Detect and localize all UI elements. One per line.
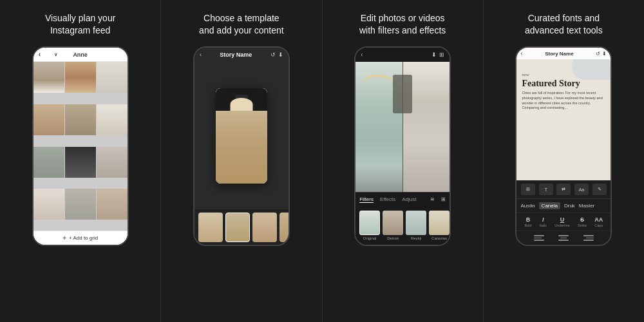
- phone-screen-3: ‹ ⬇ ⊞ Filters Effects Adjust ≋: [355, 48, 450, 245]
- draw-tool-button[interactable]: ✎: [592, 184, 607, 195]
- photo-right-panel: [402, 62, 450, 192]
- feed-cell[interactable]: [97, 189, 128, 220]
- panel-3-title: Edit photos or videos with filters and e…: [359, 12, 446, 37]
- refresh-icon[interactable]: ↺: [596, 51, 600, 57]
- template-thumb[interactable]: [279, 213, 289, 242]
- align-line: [558, 240, 569, 241]
- rainbow-arc: [362, 75, 394, 94]
- crop-icon[interactable]: ⊞: [439, 52, 444, 58]
- feed-cell[interactable]: [33, 147, 64, 178]
- download-icon[interactable]: ⬇: [431, 52, 437, 58]
- caps-label: Caps: [594, 223, 603, 227]
- feed-cell[interactable]: [65, 147, 96, 178]
- panel-instagram-feed: Visually plan your Instagram feed ‹ Anne: [0, 0, 161, 322]
- text-story-canvas[interactable]: ‹ Story Name ↺ ⬇ new Featured Story Citi…: [516, 48, 611, 180]
- story-phone-inner: [216, 88, 267, 184]
- add-to-grid-bar[interactable]: + + Add to grid: [33, 231, 128, 245]
- filter-thumb-img: [359, 211, 380, 235]
- filter-thumb-img: [383, 211, 403, 235]
- story-name-label: Story Name: [220, 52, 252, 58]
- grid-icon[interactable]: ⊞: [441, 196, 446, 202]
- editor-topbar-3: ‹ ⬇ ⊞: [355, 48, 450, 62]
- font-druk[interactable]: Druk: [564, 203, 575, 209]
- download-icon[interactable]: ⬇: [278, 52, 283, 58]
- feed-cell[interactable]: [65, 104, 96, 135]
- template-thumb[interactable]: [198, 213, 223, 242]
- profile-name: Anne: [73, 52, 88, 58]
- panel-template-chooser: Choose a template and add your content ‹…: [161, 0, 322, 322]
- filter-label: Reykji: [411, 236, 421, 240]
- italic-button[interactable]: I Italic: [540, 216, 547, 227]
- back-icon[interactable]: ‹: [200, 52, 202, 58]
- align-center-button[interactable]: [558, 235, 569, 241]
- story-main-canvas[interactable]: [194, 62, 289, 209]
- feed-cell[interactable]: [97, 62, 128, 93]
- chevron-down-icon[interactable]: [54, 52, 57, 57]
- align-line: [583, 235, 594, 236]
- tree-silhouette: [393, 75, 412, 113]
- panel-filter-editor: Edit photos or videos with filters and e…: [323, 0, 484, 322]
- back-icon[interactable]: ‹: [361, 52, 363, 58]
- align-line: [583, 240, 594, 241]
- template-thumb-selected[interactable]: [225, 213, 250, 242]
- tab-filters[interactable]: Filters: [359, 196, 374, 203]
- phone-topbar-1: ‹ Anne: [33, 48, 128, 62]
- download-icon[interactable]: ⬇: [602, 51, 607, 57]
- feed-cell[interactable]: [33, 189, 64, 220]
- flip-tool-button[interactable]: ⇄: [556, 184, 571, 195]
- filter-thumbnails-row: Original Detroit Reykji Canarias Brighto…: [355, 206, 450, 245]
- feed-cell[interactable]: [33, 62, 64, 93]
- filter-canarias[interactable]: Canarias: [429, 211, 450, 240]
- plus-icon: +: [62, 234, 66, 242]
- filter-thumb-img: [406, 211, 426, 235]
- phone-frame-2: ‹ Story Name ↺ ⬇: [193, 46, 290, 246]
- underline-button[interactable]: U Underline: [554, 216, 570, 227]
- filter-reykji[interactable]: Reykji: [406, 211, 426, 240]
- filter-original[interactable]: Original: [359, 211, 380, 240]
- caps-button[interactable]: AA Caps: [594, 216, 603, 227]
- phone-screen-1: ‹ Anne + + Add to grid: [33, 48, 128, 245]
- italic-icon: I: [542, 216, 544, 223]
- feed-cell[interactable]: [33, 104, 64, 135]
- refresh-icon[interactable]: ↺: [270, 52, 276, 58]
- align-line: [558, 235, 569, 236]
- bold-button[interactable]: B Bold: [524, 216, 531, 227]
- filter-detroit[interactable]: Detroit: [383, 211, 403, 240]
- font-master[interactable]: Master: [579, 203, 594, 209]
- person-gradient-overlay: [216, 126, 267, 184]
- text-tool-button[interactable]: T: [539, 184, 553, 195]
- panel-4-title: Curated fonts and advanced text tools: [525, 12, 603, 37]
- filter-icon[interactable]: ≋: [430, 196, 435, 202]
- align-line: [534, 240, 544, 241]
- story-body-text: Cities are full of inspiration. For my m…: [522, 91, 605, 111]
- text-tools-toolbar: ⊞ T ⇄ Aa ✎: [516, 180, 611, 198]
- font-canela-selected[interactable]: Canela: [539, 202, 560, 209]
- back-icon[interactable]: ‹: [39, 51, 41, 58]
- underline-icon: U: [560, 216, 565, 223]
- feed-cell[interactable]: [65, 189, 96, 220]
- align-left-button[interactable]: [534, 235, 544, 241]
- editor-photo-canvas[interactable]: [355, 62, 450, 192]
- topbar-actions: ↺ ⬇: [596, 51, 607, 57]
- back-icon[interactable]: ‹: [520, 50, 522, 57]
- tab-adjust[interactable]: Adjust: [402, 196, 416, 202]
- align-line: [586, 238, 594, 239]
- strike-button[interactable]: S Strike: [578, 216, 587, 227]
- font-austin[interactable]: Austin: [520, 203, 535, 209]
- feed-cell[interactable]: [97, 104, 128, 135]
- align-right-button[interactable]: [583, 235, 594, 241]
- feed-cell[interactable]: [97, 147, 128, 178]
- feed-cell[interactable]: [65, 62, 96, 93]
- panel-2-title: Choose a template and add your content: [199, 12, 284, 37]
- caps-icon: AA: [594, 216, 603, 223]
- editor-tabs: Filters Effects Adjust ≋ ⊞: [355, 192, 450, 206]
- new-badge-text: new: [522, 72, 529, 77]
- font-size-tool-button[interactable]: Aa: [574, 184, 589, 195]
- layout-tool-button[interactable]: ⊞: [521, 184, 535, 195]
- phone-frame-1: ‹ Anne + + Add to grid: [32, 46, 129, 246]
- text-format-row: B Bold I Italic U Underline S Strike AA: [516, 213, 611, 231]
- tab-effects[interactable]: Effects: [380, 196, 395, 202]
- filter-label: Detroit: [387, 236, 399, 240]
- add-to-grid-label: + Add to grid: [69, 235, 98, 241]
- template-thumb[interactable]: [252, 213, 277, 242]
